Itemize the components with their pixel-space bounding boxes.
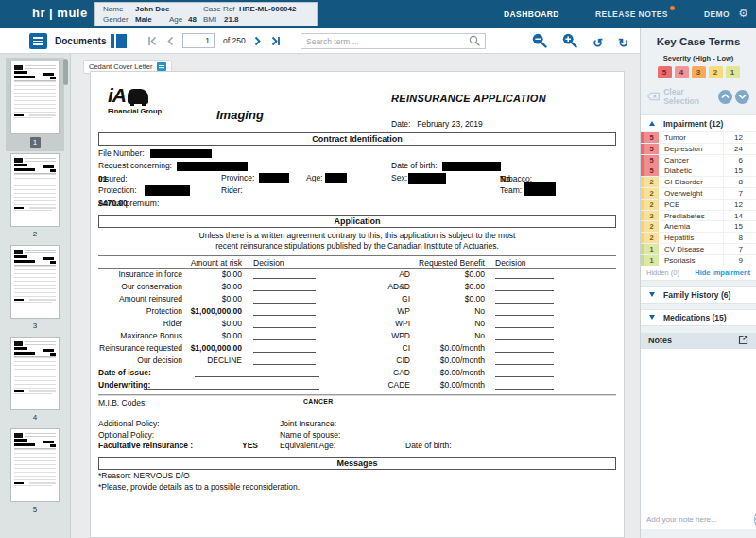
redacted-file-number [150, 149, 212, 158]
page-total-label: of 250 [223, 36, 246, 45]
thumbnail-page-number: 2 [33, 230, 37, 238]
search-input[interactable] [306, 37, 469, 46]
patient-name-label: Name [103, 5, 135, 14]
imaging-label: Imaging [216, 108, 264, 122]
severity-chip-2[interactable]: 2 [709, 66, 723, 78]
table-row: Protection$1,000,000.00 WPNo [91, 305, 624, 318]
menu-hamburger-icon[interactable] [29, 33, 47, 49]
impairment-row-tumor[interactable]: 5Tumor12 [641, 131, 756, 143]
severity-chip-3[interactable]: 3 [692, 66, 706, 78]
impairment-row-prediabetes[interactable]: 2Prediabetes14 [641, 210, 756, 221]
gorilla-logo-mark [128, 89, 148, 104]
application-table: Amount at risk Decision Requested Benefi… [91, 255, 624, 391]
severity-badge: 2 [644, 211, 659, 221]
table-row: Rider$0.00 WPINo [91, 318, 624, 330]
impairment-row-hepatitis[interactable]: 2Hepatitis8 [641, 232, 756, 243]
impairment-row-diabetic[interactable]: 5Diabetic15 [641, 165, 756, 176]
backspace-icon [647, 92, 660, 101]
message-line: *Reason: NERVOUS D/O [98, 471, 624, 480]
page-thumbnail-1[interactable]: 1 [6, 58, 64, 151]
section-contract-identification: Contract Identification [98, 132, 616, 146]
table-row: Date of issue: CAD$0.00/month [91, 367, 624, 379]
redacted-team [524, 182, 556, 196]
app-logo: hr | mule [32, 6, 88, 20]
rotate-ccw-icon[interactable]: ↺ [593, 36, 603, 50]
severity-chip-4[interactable]: 4 [675, 66, 689, 78]
thumbnail-page-number: 1 [30, 137, 41, 148]
gender-label: Gender [103, 15, 135, 25]
page-thumbnail-3[interactable]: 3 [10, 245, 60, 335]
severity-badge: 5 [644, 132, 659, 143]
severity-badge: 1 [644, 255, 659, 266]
redacted-age [325, 173, 347, 183]
document-title: REINSURANCE APPLICATION [391, 93, 546, 104]
severity-chip-1[interactable]: 1 [726, 66, 740, 78]
mib-codes-row: M.I.B. Codes: CANCER [91, 397, 624, 409]
nav-dashboard[interactable]: DASHBOARD [504, 9, 559, 19]
notes-list [641, 349, 756, 509]
redacted-province [259, 173, 289, 183]
zoom-out-icon[interactable] [532, 33, 547, 52]
thumbnail-page-number: 5 [33, 505, 37, 513]
medications-section[interactable]: Medications (15) [641, 309, 756, 326]
prev-page-icon[interactable] [166, 36, 174, 46]
page-thumbnail-4[interactable]: 4 [10, 337, 60, 426]
expand-notes-icon[interactable] [738, 332, 748, 349]
document-page: iA Financial Group Imaging REINSURANCE A… [90, 71, 625, 538]
nav-release-notes[interactable]: RELEASE NOTES [595, 9, 668, 19]
age-value: 48 [188, 15, 203, 25]
thumbnail-panel-toggle-icon[interactable] [111, 34, 127, 48]
expand-triangle-icon [649, 292, 655, 297]
clear-selection-button[interactable]: Clear Selection [647, 87, 718, 106]
section-messages: Messages [98, 457, 616, 470]
redacted-protection [145, 185, 190, 196]
documents-label: Documents [55, 36, 106, 46]
impairment-header[interactable]: Impairment (12) [641, 115, 756, 131]
hide-impairment-link[interactable]: Hide Impairment [695, 269, 750, 277]
impairment-row-cancer[interactable]: 5Cancer6 [641, 154, 756, 165]
impairment-row-psoriasis[interactable]: 1Psoriasis9 [641, 254, 756, 266]
last-page-icon[interactable] [270, 36, 281, 46]
thumbnail-page-number: 4 [33, 413, 37, 422]
patient-name-value: John Doe [135, 5, 203, 14]
severity-badge: 1 [644, 244, 659, 254]
document-viewer: Cedant Cover Letter iA Financial Group I… [71, 54, 640, 538]
page-navigation: of 250 [147, 33, 281, 48]
impairment-row-anemia[interactable]: 2Anemia15 [641, 220, 756, 232]
table-row: Insurance in force$0.00 AD$0.00 [91, 269, 624, 281]
family-history-section[interactable]: Family History (6) [641, 286, 756, 304]
next-term-button[interactable] [735, 90, 749, 104]
impairment-row-cv-disease[interactable]: 1CV Disease7 [641, 243, 756, 254]
settings-gear-icon[interactable]: ⚙ [738, 8, 748, 20]
search-box [301, 33, 486, 49]
ia-financial-group-logo: iA Financial Group [108, 87, 162, 115]
next-page-icon[interactable] [254, 36, 262, 46]
severity-badge: 2 [644, 221, 659, 232]
page-thumbnail-2[interactable]: 2 [10, 153, 60, 243]
search-icon[interactable] [469, 33, 480, 50]
severity-badge: 5 [644, 165, 659, 176]
thumbnail-scrollbar[interactable] [63, 59, 68, 85]
message-line: *Please, provide details as to a possibl… [98, 482, 624, 492]
top-nav: DASHBOARD RELEASE NOTES DEMO [504, 0, 730, 28]
comment-icon[interactable] [157, 62, 166, 71]
redacted-dob [442, 162, 501, 171]
rotate-cw-icon[interactable]: ↻ [618, 36, 628, 50]
page-number-input[interactable] [182, 33, 215, 48]
impairment-row-gi-disorder[interactable]: 2GI Disorder8 [641, 176, 756, 187]
impairment-row-pce[interactable]: 2PCE12 [641, 199, 756, 210]
zoom-in-icon[interactable] [562, 33, 577, 52]
note-input[interactable] [646, 515, 750, 524]
severity-chip-5[interactable]: 5 [658, 66, 672, 78]
impairment-row-overweight[interactable]: 2Overweight7 [641, 187, 756, 199]
facultative-value: YES [242, 441, 258, 450]
case-ref-value: HRE-ML-000042 [239, 5, 296, 14]
nav-demo[interactable]: DEMO [704, 9, 730, 19]
severity-badge: 5 [644, 155, 659, 165]
app-window: hr | mule Name John Doe Case Ref HRE-ML-… [0, 0, 756, 538]
severity-scale-label: Severity (High - Low) [641, 54, 756, 62]
impairment-row-depression[interactable]: 5Depression24 [641, 143, 756, 154]
prev-term-button[interactable] [718, 90, 732, 104]
first-page-icon[interactable] [147, 36, 158, 46]
page-thumbnail-5[interactable]: 5 [10, 428, 60, 518]
